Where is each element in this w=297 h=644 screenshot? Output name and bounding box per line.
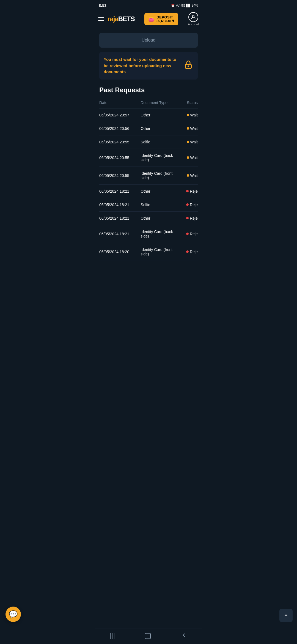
row-date-0: 06/05/2024 20:57: [99, 113, 141, 117]
status-dot-9: [186, 250, 189, 253]
table-row[interactable]: 06/05/2024 20:55 Identity Card (back sid…: [99, 149, 198, 167]
status-text-7: Reje: [190, 216, 198, 220]
row-status-1: Wait: [180, 126, 198, 131]
row-status-5: Reje: [180, 189, 198, 193]
status-dot-2: [187, 141, 189, 143]
account-icon: [188, 12, 198, 22]
logo: rajaBETS: [108, 15, 135, 23]
menu-line-3: [98, 20, 104, 21]
status-text-5: Reje: [190, 189, 198, 193]
table-row[interactable]: 06/05/2024 20:57 Other Wait: [99, 108, 198, 122]
warning-box: You must wait for your documents to be r…: [99, 52, 198, 80]
requests-table: Date Document Type Status 06/05/2024 20:…: [99, 98, 198, 261]
row-date-4: 06/05/2024 20:55: [99, 173, 141, 178]
svg-point-2: [188, 66, 189, 67]
row-doc-6: Selfie: [141, 203, 180, 207]
status-text-9: Reje: [190, 250, 198, 254]
col-header-doc: Document Type: [141, 100, 180, 105]
table-row[interactable]: 06/05/2024 18:21 Other Reje: [99, 185, 198, 198]
row-date-5: 06/05/2024 18:21: [99, 189, 141, 193]
row-doc-0: Other: [141, 113, 180, 117]
status-dot-7: [186, 217, 189, 219]
row-doc-5: Other: [141, 189, 180, 193]
status-dot-5: [186, 190, 189, 192]
table-row[interactable]: 06/05/2024 20:55 Selfie Wait: [99, 135, 198, 149]
table-row[interactable]: 06/05/2024 18:20 Identity Card (front si…: [99, 243, 198, 261]
table-row[interactable]: 06/05/2024 18:21 Selfie Reje: [99, 198, 198, 212]
main-content: Upload You must wait for your documents …: [95, 28, 202, 265]
table-row[interactable]: 06/05/2024 18:21 Identity Card (back sid…: [99, 225, 198, 243]
table-row[interactable]: 06/05/2024 20:56 Other Wait: [99, 122, 198, 135]
row-status-6: Reje: [180, 203, 198, 207]
row-date-2: 06/05/2024 20:55: [99, 140, 141, 144]
row-date-1: 06/05/2024 20:56: [99, 126, 141, 131]
status-text-4: Wait: [190, 173, 198, 178]
row-status-7: Reje: [180, 216, 198, 220]
row-date-8: 06/05/2024 18:21: [99, 232, 141, 236]
logo-bets: BETS: [118, 15, 135, 23]
status-dot-0: [187, 114, 189, 116]
lock-icon: [183, 60, 193, 72]
deposit-amount: 65,619.48 ₹: [156, 19, 174, 23]
status-dot-4: [187, 174, 189, 177]
row-date-3: 06/05/2024 20:55: [99, 155, 141, 160]
status-dot-6: [186, 203, 189, 206]
row-status-8: Reje: [180, 232, 198, 236]
col-header-date: Date: [99, 100, 141, 105]
status-text-1: Wait: [190, 126, 198, 131]
alarm-icon: ⏰: [171, 4, 175, 7]
row-status-3: Wait: [180, 155, 198, 160]
row-date-9: 06/05/2024 18:20: [99, 250, 141, 254]
row-status-4: Wait: [180, 173, 198, 178]
row-doc-2: Selfie: [141, 140, 180, 144]
status-text-2: Wait: [190, 140, 198, 144]
table-row[interactable]: 06/05/2024 18:21 Other Reje: [99, 212, 198, 225]
status-text-6: Reje: [190, 203, 198, 207]
status-dot-8: [186, 233, 189, 235]
row-doc-8: Identity Card (back side): [141, 230, 180, 238]
status-dot-3: [187, 156, 189, 159]
signal-icons: Vo) 5G ▋▋: [176, 4, 191, 7]
deposit-text: DEPOSIT 65,619.48 ₹: [156, 15, 174, 23]
deposit-button[interactable]: 👛 DEPOSIT 65,619.48 ₹: [144, 13, 178, 25]
row-status-9: Reje: [180, 250, 198, 254]
status-text-3: Wait: [190, 155, 198, 160]
col-header-status: Status: [180, 100, 198, 105]
row-date-7: 06/05/2024 18:21: [99, 216, 141, 220]
menu-line-1: [98, 17, 104, 18]
row-date-6: 06/05/2024 18:21: [99, 203, 141, 207]
upload-button[interactable]: Upload: [99, 33, 198, 48]
row-status-0: Wait: [180, 113, 198, 117]
past-requests-section: Past Requests Date Document Type Status …: [99, 86, 198, 261]
account-button[interactable]: Account: [188, 12, 199, 26]
row-doc-3: Identity Card (back side): [141, 153, 180, 162]
logo-raja: raja: [108, 15, 118, 23]
header-left: rajaBETS: [98, 15, 135, 23]
row-doc-7: Other: [141, 216, 180, 220]
header: rajaBETS 👛 DEPOSIT 65,619.48 ₹ Account: [95, 10, 202, 28]
table-rows-container: 06/05/2024 20:57 Other Wait 06/05/2024 2…: [99, 108, 198, 261]
row-status-2: Wait: [180, 140, 198, 144]
status-bar: 8:53 ⏰ Vo) 5G ▋▋ 94%: [95, 0, 202, 10]
row-doc-1: Other: [141, 126, 180, 131]
status-time: 8:53: [99, 3, 106, 8]
warning-text: You must wait for your documents to be r…: [104, 56, 180, 75]
status-text-0: Wait: [190, 113, 198, 117]
battery-icon: 94%: [192, 4, 198, 7]
table-header: Date Document Type Status: [99, 98, 198, 108]
status-dot-1: [187, 127, 189, 130]
section-title: Past Requests: [99, 86, 198, 94]
menu-line-2: [98, 19, 104, 19]
row-doc-9: Identity Card (front side): [141, 247, 180, 256]
account-label: Account: [188, 23, 199, 26]
row-doc-4: Identity Card (front side): [141, 171, 180, 180]
table-row[interactable]: 06/05/2024 20:55 Identity Card (front si…: [99, 167, 198, 185]
wallet-icon: 👛: [148, 16, 154, 22]
svg-point-0: [193, 15, 194, 17]
menu-icon[interactable]: [98, 17, 104, 21]
status-text-8: Reje: [190, 232, 198, 236]
deposit-label: DEPOSIT: [156, 15, 173, 19]
status-icons: ⏰ Vo) 5G ▋▋ 94%: [171, 4, 198, 7]
